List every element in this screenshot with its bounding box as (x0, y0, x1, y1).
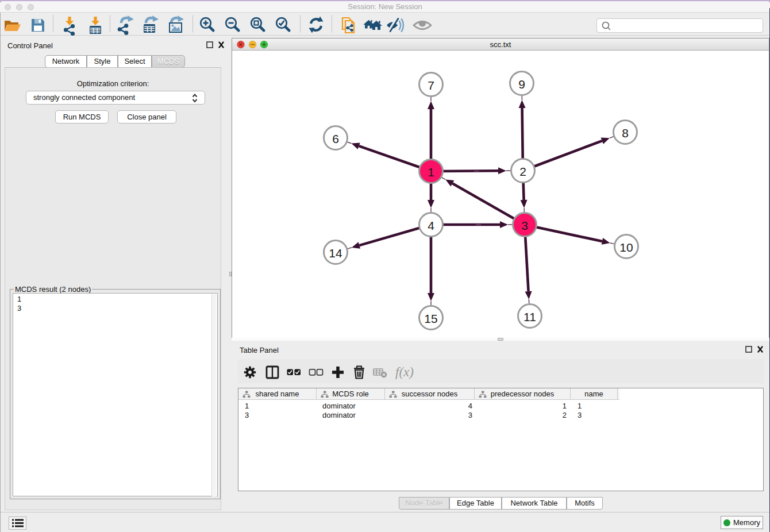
svg-text:8: 8 (622, 126, 629, 140)
svg-text:10: 10 (619, 241, 633, 254)
svg-text:4: 4 (428, 219, 434, 232)
svg-text:6: 6 (332, 132, 339, 145)
svg-text:f(x): f(x) (395, 365, 414, 379)
svg-text:7: 7 (428, 79, 434, 92)
svg-text:2: 2 (519, 165, 526, 178)
svg-text:3: 3 (521, 219, 528, 232)
svg-text:9: 9 (518, 78, 525, 91)
svg-text:1: 1 (428, 165, 434, 179)
svg-text:11: 11 (523, 310, 536, 323)
svg-text:15: 15 (424, 312, 437, 325)
svg-text:14: 14 (329, 246, 342, 260)
